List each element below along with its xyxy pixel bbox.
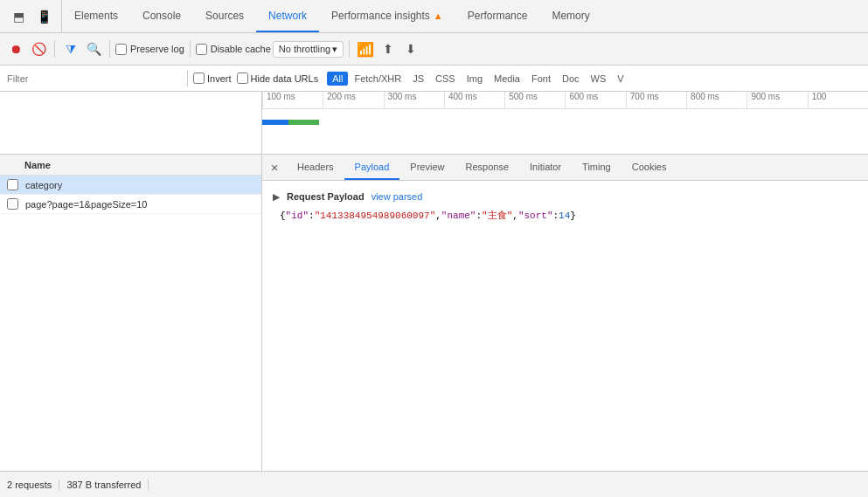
- tick-200ms: 200 ms: [323, 92, 383, 108]
- filter-btn-ws[interactable]: WS: [586, 72, 612, 86]
- timeline-ruler: 100 ms 200 ms 300 ms 400 ms 500 ms 600 m…: [262, 92, 868, 109]
- import-button[interactable]: ⬆: [378, 38, 399, 59]
- payload-key-name: "name": [441, 211, 476, 221]
- tick-700ms: 700 ms: [626, 92, 686, 108]
- filter-btn-fetch-xhr[interactable]: Fetch/XHR: [349, 72, 406, 86]
- devtools-icons: ⬒ 📱: [3, 0, 62, 32]
- status-transferred: 387 B transferred: [59, 480, 149, 490]
- tab-sources[interactable]: Sources: [193, 0, 256, 32]
- network-toolbar: ⏺ 🚫 ⧩ 🔍 Preserve log Disable cache No th…: [0, 33, 868, 66]
- record-button[interactable]: ⏺: [5, 38, 26, 59]
- detail-tabs: × Headers Payload Preview Response Initi…: [262, 155, 868, 181]
- detail-body: ▶ Request Payload view parsed {"id":"141…: [262, 181, 868, 471]
- tab-memory[interactable]: Memory: [539, 0, 601, 32]
- timeline-right: 100 ms 200 ms 300 ms 400 ms 500 ms 600 m…: [262, 92, 868, 154]
- tick-400ms: 400 ms: [444, 92, 504, 108]
- timeline: 100 ms 200 ms 300 ms 400 ms 500 ms 600 m…: [0, 92, 868, 155]
- detail-tab-preview[interactable]: Preview: [399, 155, 455, 180]
- detail-tab-response[interactable]: Response: [455, 155, 519, 180]
- hide-data-urls-checkbox[interactable]: [237, 72, 248, 84]
- stop-button[interactable]: 🚫: [28, 38, 49, 59]
- preserve-log-checkbox[interactable]: [115, 44, 127, 55]
- detail-tab-payload[interactable]: Payload: [344, 155, 400, 180]
- invert-checkbox[interactable]: [193, 72, 205, 84]
- tab-network[interactable]: Network: [256, 0, 319, 32]
- tick-300ms: 300 ms: [384, 92, 444, 108]
- device-toolbar-icon[interactable]: 📱: [32, 6, 56, 27]
- hide-data-urls-label[interactable]: Hide data URLs: [237, 72, 319, 84]
- main-area: Name category page?page=1&pageSize=10 × …: [0, 155, 868, 471]
- tab-bar: ⬒ 📱 Elements Console Sources Network Per…: [0, 0, 868, 33]
- request-checkbox-page[interactable]: [7, 198, 18, 210]
- payload-key-sort: "sort": [518, 211, 553, 221]
- disable-cache-label[interactable]: Disable cache: [196, 44, 271, 55]
- arrow-icon: ▶: [273, 192, 280, 202]
- preserve-log-label[interactable]: Preserve log: [115, 44, 184, 55]
- filter-btn-v[interactable]: V: [612, 72, 628, 86]
- tick-500ms: 500 ms: [504, 92, 565, 108]
- detail-tab-headers[interactable]: Headers: [287, 155, 344, 180]
- status-requests: 2 requests: [7, 480, 59, 490]
- tab-performance-insights[interactable]: Performance insights ▲: [319, 0, 455, 32]
- main-tabs: Elements Console Sources Network Perform…: [62, 0, 865, 32]
- filter-btn-img[interactable]: Img: [462, 72, 488, 86]
- payload-section-title: ▶ Request Payload view parsed: [273, 188, 858, 205]
- disable-cache-checkbox[interactable]: [196, 44, 207, 55]
- filter-btn-font[interactable]: Font: [526, 72, 556, 86]
- detail-tab-initiator[interactable]: Initiator: [519, 155, 572, 180]
- divider-3: [190, 40, 191, 58]
- payload-key-id: "id": [286, 211, 309, 221]
- filter-btn-js[interactable]: JS: [407, 72, 429, 86]
- view-parsed-link[interactable]: view parsed: [372, 191, 423, 202]
- filter-bar: Invert Hide data URLs All Fetch/XHR JS C…: [0, 66, 868, 92]
- tab-performance[interactable]: Performance: [455, 0, 540, 32]
- timeline-left: [0, 92, 262, 154]
- payload-content: {"id":"1413384954989060097","name":"主食",…: [273, 205, 858, 225]
- request-list-header: Name: [0, 155, 261, 176]
- network-conditions-button[interactable]: 📶: [355, 38, 376, 59]
- filter-button[interactable]: ⧩: [60, 38, 81, 59]
- request-checkbox-category[interactable]: [7, 179, 18, 190]
- search-button[interactable]: 🔍: [83, 38, 104, 59]
- request-list-items: category page?page=1&pageSize=10: [0, 176, 261, 471]
- tick-1000ms: 100: [808, 92, 868, 108]
- timeline-body: [262, 109, 868, 154]
- filter-btn-css[interactable]: CSS: [430, 72, 461, 86]
- tick-100ms: 100 ms: [262, 92, 323, 108]
- tick-900ms: 900 ms: [746, 92, 807, 108]
- divider-2: [109, 40, 110, 58]
- filter-btn-doc[interactable]: Doc: [557, 72, 585, 86]
- divider-4: [349, 40, 350, 58]
- filter-btn-media[interactable]: Media: [489, 72, 525, 86]
- export-button[interactable]: ⬇: [400, 38, 421, 59]
- status-bar: 2 requests 387 B transferred: [0, 471, 868, 497]
- payload-val-sort: 14: [559, 211, 570, 221]
- tick-800ms: 800 ms: [686, 92, 746, 108]
- filter-input[interactable]: [7, 73, 182, 84]
- dock-icon[interactable]: ⬒: [9, 6, 29, 27]
- detail-tab-cookies[interactable]: Cookies: [621, 155, 677, 180]
- tab-elements[interactable]: Elements: [62, 0, 130, 32]
- detail-panel: × Headers Payload Preview Response Initi…: [262, 155, 868, 471]
- tick-600ms: 600 ms: [565, 92, 625, 108]
- payload-val-id: "1413384954989060097": [315, 211, 436, 221]
- timeline-bar-blue: [262, 120, 288, 125]
- invert-checkbox-label[interactable]: Invert: [193, 72, 232, 84]
- payload-val-name: "主食": [482, 211, 512, 221]
- divider-1: [54, 40, 55, 58]
- detail-tab-timing[interactable]: Timing: [572, 155, 621, 180]
- detail-close-button[interactable]: ×: [266, 159, 283, 176]
- request-list: Name category page?page=1&pageSize=10: [0, 155, 262, 471]
- request-item-page[interactable]: page?page=1&pageSize=10: [0, 195, 261, 214]
- throttle-select[interactable]: No throttling ▾: [273, 41, 344, 58]
- request-item-category[interactable]: category: [0, 176, 261, 195]
- warning-icon: ▲: [434, 10, 443, 21]
- chevron-down-icon: ▾: [332, 44, 337, 55]
- tab-console[interactable]: Console: [130, 0, 193, 32]
- filter-btn-all[interactable]: All: [327, 72, 348, 86]
- filter-type-buttons: All Fetch/XHR JS CSS Img Media Font Doc …: [327, 72, 628, 86]
- filter-divider-1: [187, 71, 188, 86]
